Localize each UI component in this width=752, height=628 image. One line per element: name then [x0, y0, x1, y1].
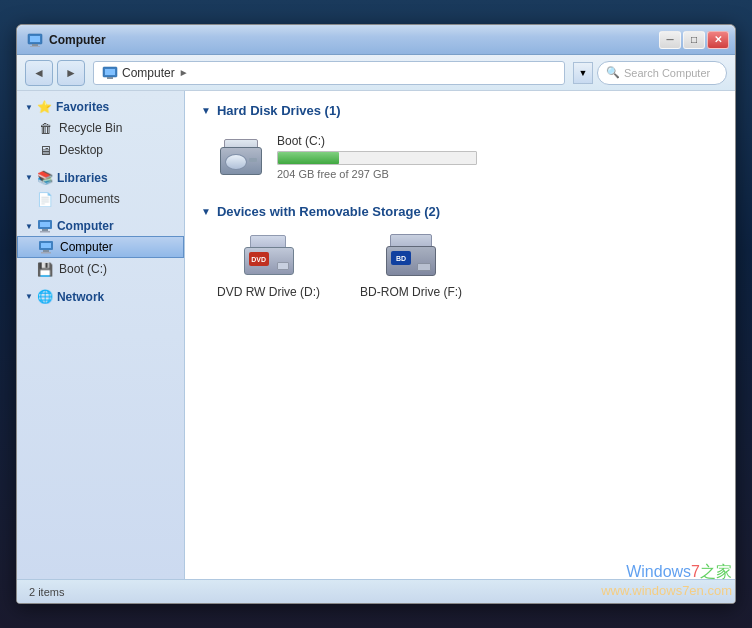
search-icon: 🔍: [606, 66, 620, 79]
bd-label: BD: [391, 251, 411, 265]
status-bar: 2 items: [17, 579, 735, 603]
favorites-arrow: ▼: [25, 103, 33, 112]
maximize-button[interactable]: □: [683, 31, 705, 49]
boot-c-name: Boot (C:): [277, 134, 477, 148]
hard-disk-arrow: ▼: [201, 105, 211, 116]
hdd-visual: [220, 139, 262, 175]
removable-title: Devices with Removable Storage (2): [217, 204, 440, 219]
hdd-icon-container: [217, 137, 265, 177]
removable-grid: DVD DVD RW Drive (D:): [201, 231, 719, 299]
computer-active-label: Computer: [60, 240, 113, 254]
address-separator: ►: [179, 67, 189, 78]
removable-section: ▼ Devices with Removable Storage (2) DVD: [201, 204, 719, 299]
computer-header[interactable]: ▼ Computer: [17, 216, 184, 236]
computer-address-icon: [102, 65, 118, 81]
dvd-tray: DVD: [244, 247, 294, 275]
hdd-body: [220, 147, 262, 175]
dvd-drive-item[interactable]: DVD DVD RW Drive (D:): [217, 231, 320, 299]
nav-label-recycle-bin: Recycle Bin: [59, 121, 122, 135]
boot-c-bar-fill: [278, 152, 339, 164]
nav-item-computer-active[interactable]: Computer: [17, 236, 184, 258]
dvd-visual: DVD: [244, 235, 294, 275]
bd-visual: BD: [386, 234, 436, 276]
back-button[interactable]: ◄: [25, 60, 53, 86]
svg-rect-6: [107, 77, 113, 79]
bd-icon-wrapper: BD: [383, 231, 439, 279]
hard-disk-section: ▼ Hard Disk Drives (1): [201, 103, 719, 184]
content-area: ▼ ⭐ Favorites 🗑 Recycle Bin 🖥 Desktop ▼ …: [17, 91, 735, 579]
svg-rect-14: [41, 252, 51, 254]
boot-c-icon: 💾: [37, 261, 53, 277]
network-text: Network: [57, 290, 104, 304]
nav-item-recycle-bin[interactable]: 🗑 Recycle Bin: [17, 117, 184, 139]
svg-rect-13: [43, 250, 49, 252]
dvd-drive-name: DVD RW Drive (D:): [217, 285, 320, 299]
nav-label-documents: Documents: [59, 192, 120, 206]
removable-arrow: ▼: [201, 206, 211, 217]
svg-rect-3: [30, 46, 40, 47]
title-bar-left: Computer: [27, 32, 106, 48]
svg-rect-9: [42, 229, 48, 231]
address-computer: Computer: [122, 66, 175, 80]
bd-body: BD: [386, 246, 436, 276]
status-text: 2 items: [29, 586, 64, 598]
svg-rect-1: [30, 36, 40, 42]
boot-c-info: Boot (C:) 204 GB free of 297 GB: [277, 134, 477, 180]
libraries-arrow: ▼: [25, 173, 33, 182]
forward-icon: ►: [65, 66, 77, 80]
nav-item-boot-c[interactable]: 💾 Boot (C:): [17, 258, 184, 280]
explorer-window: Computer ─ □ ✕ ◄ ► Computer ► ▼ 🔍 Search: [16, 24, 736, 604]
boot-c-drive[interactable]: Boot (C:) 204 GB free of 297 GB: [201, 130, 719, 184]
window-title: Computer: [49, 33, 106, 47]
search-placeholder: Search Computer: [624, 67, 710, 79]
title-bar: Computer ─ □ ✕: [17, 25, 735, 55]
computer-arrow: ▼: [25, 222, 33, 231]
svg-rect-5: [105, 69, 115, 75]
forward-button[interactable]: ►: [57, 60, 85, 86]
svg-rect-10: [40, 231, 50, 233]
nav-label-desktop: Desktop: [59, 143, 103, 157]
address-dropdown[interactable]: ▼: [573, 62, 593, 84]
boot-c-bar-container: [277, 151, 477, 165]
desktop-icon: 🖥: [37, 142, 53, 158]
removable-header: ▼ Devices with Removable Storage (2): [201, 204, 719, 219]
nav-item-documents[interactable]: 📄 Documents: [17, 188, 184, 210]
navigation-pane: ▼ ⭐ Favorites 🗑 Recycle Bin 🖥 Desktop ▼ …: [17, 91, 185, 579]
bd-drive-name: BD-ROM Drive (F:): [360, 285, 462, 299]
svg-rect-2: [32, 44, 38, 46]
libraries-header[interactable]: ▼ 📚 Libraries: [17, 167, 184, 188]
address-bar[interactable]: Computer ►: [93, 61, 565, 85]
computer-active-icon: [38, 240, 54, 254]
recycle-bin-icon: 🗑: [37, 120, 53, 136]
close-button[interactable]: ✕: [707, 31, 729, 49]
bd-drive-item[interactable]: BD BD-ROM Drive (F:): [360, 231, 462, 299]
svg-rect-12: [41, 243, 51, 248]
dvd-icon-wrapper: DVD: [241, 231, 297, 279]
svg-rect-8: [40, 222, 50, 227]
computer-text: Computer: [57, 219, 114, 233]
dvd-label: DVD: [249, 252, 269, 266]
hard-disk-title: Hard Disk Drives (1): [217, 103, 341, 118]
nav-label-boot-c: Boot (C:): [59, 262, 107, 276]
title-controls: ─ □ ✕: [659, 31, 729, 49]
network-arrow: ▼: [25, 292, 33, 301]
search-box[interactable]: 🔍 Search Computer: [597, 61, 727, 85]
main-pane: ▼ Hard Disk Drives (1): [185, 91, 735, 579]
hard-disk-header: ▼ Hard Disk Drives (1): [201, 103, 719, 118]
nav-item-desktop[interactable]: 🖥 Desktop: [17, 139, 184, 161]
documents-icon: 📄: [37, 191, 53, 207]
boot-c-size: 204 GB free of 297 GB: [277, 168, 477, 180]
minimize-button[interactable]: ─: [659, 31, 681, 49]
libraries-text: Libraries: [57, 171, 108, 185]
toolbar: ◄ ► Computer ► ▼ 🔍 Search Computer: [17, 55, 735, 91]
network-icon: 🌐: [37, 289, 53, 304]
favorites-text: Favorites: [56, 100, 109, 114]
back-icon: ◄: [33, 66, 45, 80]
favorites-label: ⭐: [37, 100, 52, 114]
favorites-header[interactable]: ▼ ⭐ Favorites: [17, 97, 184, 117]
libraries-icon: 📚: [37, 170, 53, 185]
network-header[interactable]: ▼ 🌐 Network: [17, 286, 184, 307]
computer-title-icon: [27, 32, 43, 48]
computer-nav-icon: [37, 219, 53, 233]
